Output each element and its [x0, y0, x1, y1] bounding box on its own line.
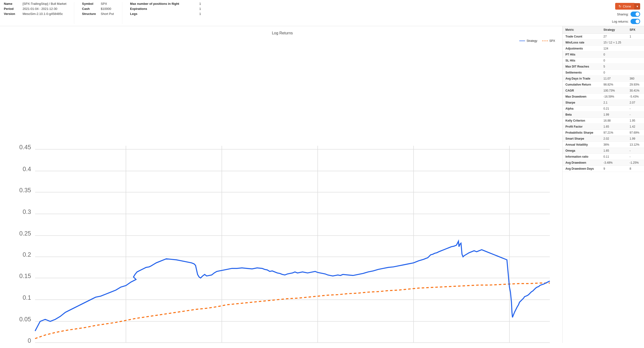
metrics-row: Cumulative Return98.82%29.93%: [562, 82, 644, 88]
metrics-cell-metric: Sharpe: [562, 100, 600, 106]
metrics-cell-spx: -: [627, 148, 644, 154]
metrics-cell-spx: -: [627, 112, 644, 118]
metrics-row: Probabilistic Sharpe97.21%97.69%: [562, 130, 644, 136]
metrics-cell-metric: PT Hits: [562, 52, 600, 58]
period-label: Period: [4, 7, 21, 10]
metrics-cell-spx: [627, 64, 644, 70]
chart-legend: Strategy SPX: [5, 39, 560, 42]
y-label-01: 0.1: [22, 294, 31, 301]
metrics-cell-metric: Annual Volatility: [562, 142, 600, 148]
metrics-row: Max Drawdown-16.59%-5.43%: [562, 94, 644, 100]
metrics-cell-strategy: 0.21: [600, 106, 627, 112]
header-name-row: Name [SPX-TrailingStop] / Bull Market: [4, 2, 66, 6]
metrics-cell-metric: Avg Drawdown: [562, 160, 600, 166]
metrics-cell-spx: 1.95: [627, 118, 644, 124]
header-expirations-row: Expirations 1: [130, 7, 201, 10]
clone-label: Clone: [623, 4, 631, 8]
header-positions-group: Max number of positions in flight 1 Expi…: [122, 2, 208, 24]
metrics-cell-strategy: 5: [600, 64, 627, 70]
spx-legend-label: SPX: [549, 39, 555, 42]
header-version-row: Version MesoSim-2.10.1-0-g458485c: [4, 12, 66, 16]
metrics-cell-strategy: 1.65: [600, 124, 627, 130]
clone-button-group[interactable]: ↻ Clone ▾: [615, 3, 640, 10]
metrics-cell-spx: [627, 40, 644, 46]
metrics-cell-strategy: 0: [600, 58, 627, 64]
symbol-value: SPX: [101, 2, 107, 6]
metrics-row: Sharpe2.12.07: [562, 100, 644, 106]
metrics-row: Win/Loss rate15 / 12 = 1.25: [562, 40, 644, 46]
metrics-cell-strategy: 97.21%: [600, 130, 627, 136]
log-returns-slider: [630, 19, 640, 24]
clone-dropdown-button[interactable]: ▾: [634, 3, 640, 10]
metrics-cell-spx: 8: [627, 166, 644, 172]
metrics-cell-strategy: 0: [600, 70, 627, 76]
y-label-04: 0.4: [22, 166, 31, 172]
metrics-cell-strategy: -16.59%: [600, 94, 627, 100]
sharing-toggle[interactable]: [630, 12, 640, 17]
metrics-cell-strategy: 9: [600, 166, 627, 172]
structure-label: Structure: [82, 12, 99, 16]
metrics-cell-strategy: 1.99: [600, 112, 627, 118]
metrics-cell-spx: 1.42: [627, 124, 644, 130]
col-spx: SPX: [627, 26, 644, 34]
chart-area: Log Returns Strategy SPX 0 0.05 0.1 0.15…: [0, 26, 562, 343]
metrics-cell-metric: Adjustments: [562, 46, 600, 52]
max-positions-label: Max number of positions in flight: [130, 2, 197, 6]
metrics-row: Trade Count271: [562, 34, 644, 40]
metrics-cell-strategy: 0.11: [600, 154, 627, 160]
metrics-cell-spx: 29.93%: [627, 82, 644, 88]
legs-label: Legs: [130, 12, 197, 16]
metrics-cell-metric: Avg Drawdown Days: [562, 166, 600, 172]
metrics-cell-metric: Omega: [562, 148, 600, 154]
metrics-cell-metric: Max Drawdown: [562, 94, 600, 100]
col-strategy: Strategy: [600, 26, 627, 34]
header: Name [SPX-TrailingStop] / Bull Market Pe…: [0, 0, 644, 26]
chart-svg: 0 0.05 0.1 0.15 0.2 0.25 0.3 0.35 0.4 0.…: [5, 44, 560, 343]
strategy-legend-item: Strategy: [519, 39, 537, 42]
y-label-0: 0: [28, 337, 31, 343]
metrics-row: Smart Sharpe2.021.99: [562, 136, 644, 142]
metrics-cell-metric: CAGR: [562, 88, 600, 94]
metrics-row: Adjustments124: [562, 46, 644, 52]
metrics-cell-strategy: 124: [600, 46, 627, 52]
metrics-panel: Metric Strategy SPX Trade Count271Win/Lo…: [562, 26, 644, 343]
metrics-row: Profit Factor1.651.42: [562, 124, 644, 130]
version-label: Version: [4, 12, 21, 16]
main-content: Log Returns Strategy SPX 0 0.05 0.1 0.15…: [0, 26, 644, 343]
metrics-cell-strategy: 36%: [600, 142, 627, 148]
metrics-cell-spx: [627, 46, 644, 52]
metrics-row: Omega1.65-: [562, 148, 644, 154]
metrics-cell-strategy: 98.82%: [600, 82, 627, 88]
chart-title: Log Returns: [5, 31, 560, 35]
metrics-cell-strategy: 0: [600, 52, 627, 58]
period-value: 2021-01-04 - 2021-12-30: [22, 7, 58, 10]
log-returns-toggle[interactable]: [630, 19, 640, 24]
y-label-03: 0.3: [22, 208, 31, 215]
metrics-row: SL Hits0: [562, 58, 644, 64]
metrics-cell-spx: [627, 58, 644, 64]
expirations-label: Expirations: [130, 7, 197, 10]
expirations-value: 1: [199, 7, 201, 10]
clone-button[interactable]: ↻ Clone: [615, 3, 634, 10]
header-period-row: Period 2021-01-04 - 2021-12-30: [4, 7, 66, 10]
log-returns-toggle-row: Log returns:: [612, 19, 640, 24]
col-metric: Metric: [562, 26, 600, 34]
metrics-cell-strategy: 11.07: [600, 76, 627, 82]
metrics-cell-strategy: 27: [600, 34, 627, 40]
metrics-cell-metric: SL Hits: [562, 58, 600, 64]
header-structure-row: Structure Short Put: [82, 12, 114, 16]
header-symbol-row: Symbol SPX: [82, 2, 114, 6]
metrics-cell-metric: Probabilistic Sharpe: [562, 130, 600, 136]
header-max-positions-row: Max number of positions in flight 1: [130, 2, 201, 6]
y-label-015: 0.15: [19, 272, 31, 279]
metrics-table: Metric Strategy SPX Trade Count271Win/Lo…: [562, 26, 644, 172]
legs-value: 1: [199, 12, 201, 16]
metrics-cell-strategy: 1.65: [600, 148, 627, 154]
metrics-cell-metric: Trade Count: [562, 34, 600, 40]
metrics-cell-spx: [627, 52, 644, 58]
metrics-row: CAGR100.73%30.41%: [562, 88, 644, 94]
metrics-row: Alpha0.21-: [562, 106, 644, 112]
cash-value: $10000: [101, 7, 111, 10]
metrics-cell-strategy: 2.02: [600, 136, 627, 142]
metrics-cell-metric: Settlements: [562, 70, 600, 76]
